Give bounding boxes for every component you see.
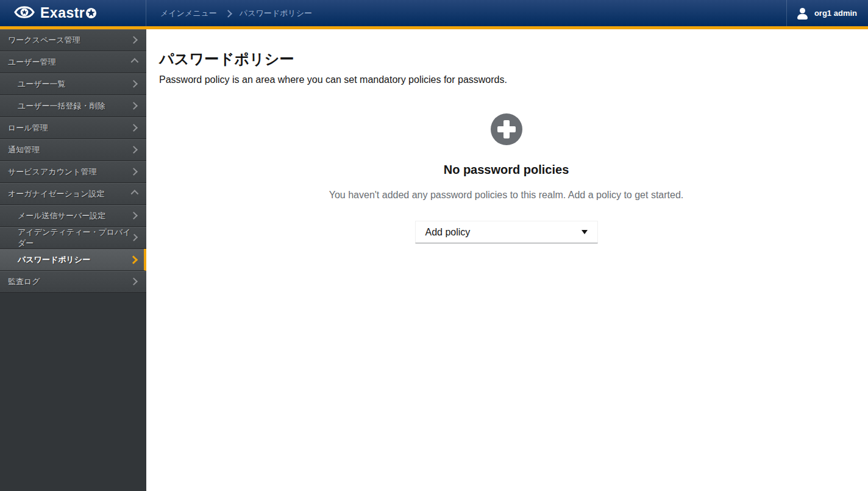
sidebar-item-user-bulk-register-delete[interactable]: ユーザー一括登録・削除	[0, 95, 146, 117]
app-window: Exastr メインメニュー パスワードポリシー org1 admin ワークス…	[0, 0, 868, 491]
sidebar-item-audit-log[interactable]: 監査ログ	[0, 271, 146, 293]
sidebar-item-label: 監査ログ	[8, 276, 40, 287]
chevron-up-icon	[131, 58, 139, 66]
sidebar-item-mail-server-settings[interactable]: メール送信サーバー設定	[0, 205, 146, 227]
sidebar-item-workspace-management[interactable]: ワークスペース管理	[0, 29, 146, 51]
add-policy-select[interactable]: Add policy	[415, 221, 598, 243]
sidebar-item-password-policy[interactable]: パスワードポリシー	[0, 249, 146, 271]
breadcrumb: メインメニュー パスワードポリシー	[146, 0, 786, 26]
sidebar-item-label: オーガナイゼーション設定	[8, 188, 104, 199]
sidebar-item-label: 通知管理	[8, 145, 40, 156]
chevron-right-icon	[130, 124, 138, 132]
sidebar-menu: ワークスペース管理ユーザー管理ユーザー一覧ユーザー一括登録・削除ロール管理通知管…	[0, 29, 146, 293]
sidebar-item-label: メール送信サーバー設定	[18, 210, 105, 221]
logo-text: Exastr	[40, 5, 97, 21]
sidebar: ワークスペース管理ユーザー管理ユーザー一覧ユーザー一括登録・削除ロール管理通知管…	[0, 29, 146, 491]
sidebar-item-label: ユーザー管理	[8, 57, 56, 68]
sidebar-item-user-management[interactable]: ユーザー管理	[0, 51, 146, 73]
page-title: パスワードポリシー	[159, 49, 853, 69]
sidebar-item-notification-management[interactable]: 通知管理	[0, 139, 146, 161]
logo[interactable]: Exastr	[0, 0, 146, 26]
sidebar-item-label: ユーザー一括登録・削除	[18, 101, 105, 112]
sidebar-item-user-list[interactable]: ユーザー一覧	[0, 73, 146, 95]
sidebar-item-service-account-management[interactable]: サービスアカウント管理	[0, 161, 146, 183]
add-policy-select-value: Add policy	[425, 227, 471, 238]
chevron-right-icon	[130, 102, 138, 110]
chevron-right-icon	[130, 146, 138, 154]
app-header: Exastr メインメニュー パスワードポリシー org1 admin	[0, 0, 868, 29]
plus-circle-icon	[491, 113, 522, 145]
sidebar-item-label: ワークスペース管理	[8, 35, 80, 46]
chevron-right-icon	[130, 168, 138, 176]
empty-state: No password policies You haven't added a…	[159, 85, 853, 243]
sidebar-item-label: ユーザー一覧	[18, 79, 66, 90]
sidebar-item-label: アイデンティティー・プロバイダー	[18, 227, 132, 249]
chevron-right-icon	[129, 255, 138, 263]
sidebar-item-label: パスワードポリシー	[18, 254, 90, 265]
chevron-up-icon	[131, 190, 139, 198]
caret-down-icon	[582, 230, 588, 234]
sidebar-item-label: ロール管理	[8, 123, 48, 134]
user-icon	[797, 7, 809, 20]
breadcrumb-password-policy[interactable]: パスワードポリシー	[240, 8, 312, 19]
user-menu[interactable]: org1 admin	[786, 0, 868, 26]
empty-state-heading: No password policies	[444, 163, 569, 177]
main-content: パスワードポリシー Password policy is an area whe…	[146, 29, 868, 491]
sidebar-item-label: サービスアカウント管理	[8, 167, 96, 177]
exastro-eye-icon	[13, 4, 35, 23]
chevron-right-icon	[130, 36, 138, 44]
chevron-right-icon	[130, 212, 138, 220]
page-description: Password policy is an area where you can…	[159, 74, 853, 85]
sidebar-item-role-management[interactable]: ロール管理	[0, 117, 146, 139]
chevron-right-icon	[130, 278, 138, 285]
sidebar-item-identity-provider[interactable]: アイデンティティー・プロバイダー	[0, 227, 146, 249]
empty-state-body: You haven't added any password policies …	[329, 190, 683, 201]
user-name: org1 admin	[814, 9, 857, 18]
chevron-right-icon	[224, 10, 232, 18]
chevron-right-icon	[130, 80, 138, 88]
star-o-icon	[85, 7, 97, 19]
sidebar-item-organization-settings[interactable]: オーガナイゼーション設定	[0, 183, 146, 205]
breadcrumb-main-menu[interactable]: メインメニュー	[160, 8, 217, 19]
